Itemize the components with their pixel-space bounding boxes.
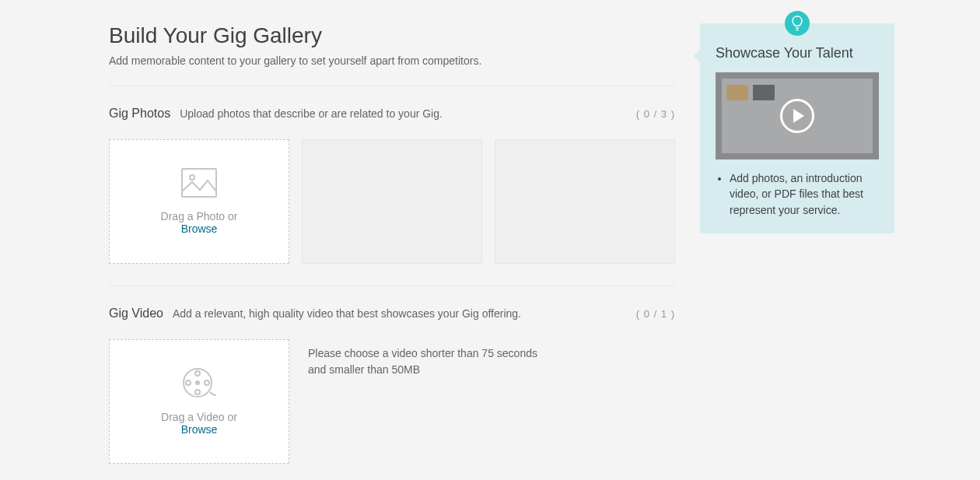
photo-placeholder-slot bbox=[495, 139, 675, 264]
lightbulb-icon bbox=[785, 11, 810, 36]
photos-counter: ( 0 / 3 ) bbox=[636, 108, 675, 120]
page-subtitle: Add memorable content to your gallery to… bbox=[109, 54, 675, 67]
video-dropzone[interactable]: Drag a Video or Browse bbox=[109, 339, 289, 464]
svg-point-1 bbox=[190, 175, 194, 180]
tip-bullet: Add photos, an introduction video, or PD… bbox=[730, 170, 879, 218]
divider bbox=[109, 286, 675, 286]
svg-point-5 bbox=[195, 390, 200, 394]
photo-browse-link[interactable]: Browse bbox=[181, 222, 218, 235]
photos-section-title: Gig Photos bbox=[109, 107, 170, 121]
svg-point-7 bbox=[205, 380, 209, 385]
video-section-desc: Add a relevant, high quality video that … bbox=[173, 307, 521, 320]
tip-title: Showcase Your Talent bbox=[716, 45, 879, 61]
image-icon bbox=[181, 168, 217, 201]
tip-video-thumbnail[interactable] bbox=[716, 72, 879, 159]
photos-section-desc: Upload photos that describe or are relat… bbox=[180, 107, 443, 120]
photo-placeholder-slot bbox=[302, 139, 482, 264]
svg-point-6 bbox=[186, 380, 191, 385]
photo-dropzone[interactable]: Drag a Photo or Browse bbox=[109, 139, 289, 264]
video-hint-text: Please choose a video shorter than 75 se… bbox=[308, 339, 557, 378]
play-icon bbox=[780, 99, 814, 133]
svg-point-3 bbox=[195, 380, 200, 385]
photo-drop-text: Drag a Photo or bbox=[161, 210, 238, 222]
video-counter: ( 0 / 1 ) bbox=[636, 308, 675, 320]
film-reel-icon bbox=[182, 367, 216, 401]
video-drop-text: Drag a Video or bbox=[161, 411, 237, 423]
video-section-title: Gig Video bbox=[109, 307, 163, 321]
video-browse-link[interactable]: Browse bbox=[181, 423, 218, 436]
page-title: Build Your Gig Gallery bbox=[109, 23, 675, 48]
divider bbox=[109, 86, 675, 86]
svg-rect-0 bbox=[182, 169, 216, 197]
svg-point-4 bbox=[195, 371, 200, 376]
tip-card: Showcase Your Talent Add photos, an intr… bbox=[700, 23, 894, 233]
